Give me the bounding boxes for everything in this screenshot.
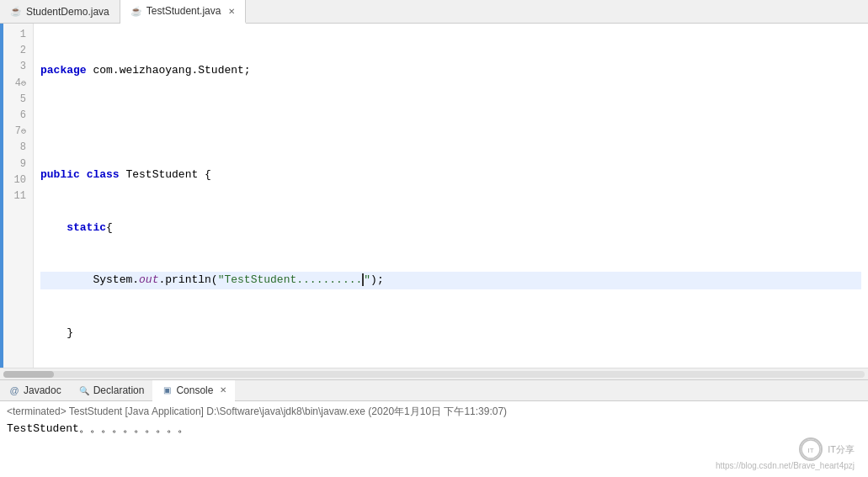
bottom-tab-declaration[interactable]: 🔍 Declaration (70, 380, 153, 400)
ln-8: 8 (7, 140, 26, 156)
watermark-icon: IT (799, 437, 823, 461)
ln-10: 10 (7, 172, 26, 188)
java-file-icon: ☕ (10, 6, 22, 17)
ln-11: 11 (7, 188, 26, 204)
console-area: <terminated> TestStudent [Java Applicati… (0, 401, 868, 477)
tab-test-student[interactable]: ☕ TestStudent.java ✕ (120, 0, 247, 24)
tab-label: StudentDemo.java (26, 6, 109, 18)
bottom-tab-javadoc-label: Javadoc (24, 384, 61, 396)
editor-tab-bar: ☕ StudentDemo.java ☕ TestStudent.java ✕ (0, 0, 868, 24)
tab-close-icon[interactable]: ✕ (228, 7, 235, 16)
console-icon: ▣ (161, 384, 173, 396)
ln-6: 6 (7, 108, 26, 124)
code-container[interactable]: 1 2 3 4⊖ 5 6 7⊖ 8 9 10 11 package com.we… (0, 24, 868, 368)
code-line-3: public class TestStudent { (40, 167, 861, 184)
console-output-line: TestStudent。。。。。。。。。。 (7, 421, 861, 436)
bottom-tab-bar: @ Javadoc 🔍 Declaration ▣ Console ✕ (0, 379, 868, 401)
code-line-4: static{ (40, 220, 861, 237)
scrollbar-track[interactable] (3, 371, 865, 378)
editor-wrapper: 1 2 3 4⊖ 5 6 7⊖ 8 9 10 11 package com.we… (0, 24, 868, 368)
javadoc-icon: @ (8, 384, 20, 396)
ln-5: 5 (7, 92, 26, 108)
ln-2: 2 (7, 43, 26, 59)
bottom-tab-console-label: Console (176, 384, 213, 396)
code-line-2 (40, 114, 861, 132)
bottom-tab-declaration-label: Declaration (93, 384, 145, 396)
code-line-6: } (40, 325, 861, 342)
java-file-icon-2: ☕ (130, 6, 142, 17)
watermark: IT IT分享 https://blog.csdn.net/Brave_hear… (716, 437, 855, 470)
svg-text:IT: IT (808, 447, 814, 454)
horizontal-scrollbar[interactable] (0, 368, 868, 379)
watermark-url: https://blog.csdn.net/Brave_heart4pzj (716, 461, 855, 470)
scrollbar-thumb[interactable] (3, 371, 54, 378)
line-numbers: 1 2 3 4⊖ 5 6 7⊖ 8 9 10 11 (0, 24, 34, 368)
editor-area: 1 2 3 4⊖ 5 6 7⊖ 8 9 10 11 package com.we… (0, 24, 868, 379)
code-content[interactable]: package com.weizhaoyang.Student; public … (34, 24, 868, 368)
ln-4: 4⊖ (7, 76, 26, 92)
declaration-icon: 🔍 (78, 384, 90, 396)
ln-7: 7⊖ (7, 124, 26, 140)
code-line-5: System.out.println("TestStudent.........… (40, 272, 861, 289)
tab-label-active: TestStudent.java (146, 5, 221, 17)
ln-9: 9 (7, 156, 26, 172)
code-line-1: package com.weizhaoyang.Student; (40, 62, 861, 80)
bottom-tab-javadoc[interactable]: @ Javadoc (0, 380, 70, 400)
console-tab-close-icon[interactable]: ✕ (220, 385, 226, 395)
bottom-tab-console[interactable]: ▣ Console ✕ (152, 380, 235, 401)
ln-3: 3 (7, 59, 26, 75)
watermark-brand-text: IT分享 (828, 443, 855, 456)
tab-student-demo[interactable]: ☕ StudentDemo.java (0, 0, 120, 23)
console-terminated-line: <terminated> TestStudent [Java Applicati… (7, 405, 861, 419)
ln-1: 1 (7, 27, 26, 43)
left-gutter-indicator (0, 24, 3, 368)
